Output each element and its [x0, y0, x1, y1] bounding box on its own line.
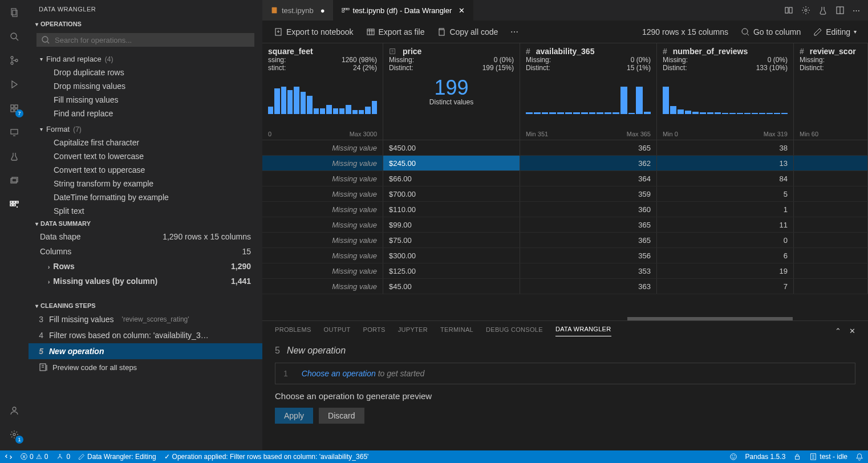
remote-status[interactable] [5, 453, 13, 461]
notebook-icon [39, 363, 48, 372]
operation-item[interactable]: Find and replace [40, 107, 262, 120]
search-icon[interactable] [6, 29, 22, 44]
panel-tab[interactable]: DEBUG CONSOLE [486, 326, 543, 336]
export-file-button[interactable]: Export as file [366, 27, 425, 36]
panel-tab[interactable]: DATA WRANGLER [555, 326, 611, 336]
summary-missing[interactable]: ›Missing values (by column)1,441 [29, 274, 262, 289]
operation-item[interactable]: Convert text to uppercase [40, 163, 262, 177]
editor-tab[interactable]: test.ipynb (df) - Data Wrangler✕ [334, 0, 474, 21]
svg-rect-27 [785, 7, 788, 13]
chevron-down-icon: ▾ [35, 303, 38, 309]
panel-tab[interactable]: JUPYTER [398, 326, 428, 336]
panel-tab[interactable]: PROBLEMS [275, 326, 311, 336]
wrangler-mode-status[interactable]: Data Wrangler: Editing [78, 453, 156, 461]
svg-rect-0 [11, 9, 16, 15]
table-row[interactable]: Missing value$45.003637 [262, 279, 868, 294]
column-header[interactable]: # review_scorMissing:Distinct:Min 60 [794, 43, 868, 140]
panel-tab[interactable]: OUTPUT [324, 326, 351, 336]
settings-icon[interactable]: 1 [6, 427, 22, 442]
operation-item[interactable]: Drop duplicate rows [40, 66, 262, 79]
table-row[interactable]: Missing value$245.0036213 [262, 156, 868, 171]
problems-status[interactable]: ⓧ0⚠0 [21, 452, 48, 462]
tab-label: test.ipynb [282, 6, 314, 15]
tab-label: test.ipynb (df) - Data Wrangler [353, 6, 452, 15]
svg-point-37 [730, 454, 736, 460]
column-header[interactable]: priceMissing:0 (0%)Distinct:199 (15%)199… [383, 43, 520, 140]
horizontal-scrollbar[interactable] [262, 317, 868, 320]
apply-button[interactable]: Apply [275, 408, 313, 424]
data-wrangler-icon[interactable] [6, 196, 22, 212]
accounts-icon[interactable] [6, 403, 22, 419]
histogram [526, 87, 651, 114]
operation-item[interactable]: Capitalize first character [40, 136, 262, 149]
pandas-version-status[interactable]: Pandas 1.5.3 [745, 453, 786, 461]
section-summary[interactable]: ▾DATA SUMMARY [29, 218, 262, 229]
chevron-down-icon: ▾ [854, 29, 857, 35]
operation-item[interactable]: String transform by example [40, 177, 262, 190]
close-panel-icon[interactable]: ✕ [849, 327, 855, 335]
go-to-column-button[interactable]: Go to column [741, 27, 801, 36]
column-header[interactable]: # availability_365Missing:0 (0%)Distinct… [520, 43, 657, 140]
column-header[interactable]: # number_of_reviewsMissing:0 (0%)Distinc… [657, 43, 794, 140]
section-cleaning[interactable]: ▾CLEANING STEPS [29, 300, 262, 311]
split-icon[interactable] [835, 6, 845, 15]
table-row[interactable]: Missing value$700.003595 [262, 186, 868, 202]
operation-item[interactable]: Drop missing values [40, 79, 262, 93]
operations-search[interactable] [36, 33, 254, 47]
table-row[interactable]: Missing value$66.0036484 [262, 171, 868, 186]
table-row[interactable]: Missing value$75.003650 [262, 233, 868, 248]
run-debug-icon[interactable] [6, 76, 22, 92]
source-control-icon[interactable] [6, 52, 22, 68]
extensions-icon[interactable]: 7 [6, 100, 22, 116]
book-icon[interactable] [784, 6, 793, 15]
svg-point-29 [805, 9, 807, 11]
operation-item[interactable]: DateTime formatting by example [40, 190, 262, 204]
panel-tab[interactable]: PORTS [363, 326, 386, 336]
svg-point-3 [11, 56, 13, 59]
explorer-icon[interactable] [6, 5, 22, 21]
ports-status[interactable]: 0 [56, 453, 70, 461]
preview-code-link[interactable]: Preview code for all steps [29, 359, 262, 375]
section-operations[interactable]: ▾OPERATIONS [29, 18, 262, 30]
panel-tab[interactable]: TERMINAL [440, 326, 473, 336]
op-group[interactable]: ▾Find and replace (4) [40, 52, 262, 66]
close-icon[interactable]: ✕ [459, 6, 465, 15]
flask-icon[interactable] [818, 6, 828, 15]
cleaning-step[interactable]: 4Filter rows based on column: 'availabil… [29, 327, 262, 343]
testing-icon[interactable] [6, 148, 22, 164]
cleaning-step[interactable]: 3Fill missing values'review_scores_ratin… [29, 311, 262, 327]
svg-rect-25 [347, 9, 349, 10]
more-icon[interactable]: ⋯ [853, 6, 860, 15]
summary-rows[interactable]: ›Rows1,290 [29, 259, 262, 274]
svg-point-38 [732, 456, 732, 456]
chevron-up-icon[interactable]: ⌃ [835, 327, 841, 335]
kernel-status[interactable]: test - idle [809, 453, 847, 461]
op-group[interactable]: ▾Format (7) [40, 123, 262, 136]
mode-dropdown[interactable]: Editing▾ [813, 27, 857, 36]
operation-item[interactable]: Split text [40, 204, 262, 218]
remote-icon[interactable] [6, 124, 22, 140]
column-header[interactable]: square_feetssing:1260 (98%)stinct:24 (2%… [262, 43, 383, 140]
trusted-icon[interactable] [793, 453, 801, 461]
cleaning-step[interactable]: 5New operation [29, 343, 262, 359]
references-icon[interactable] [6, 172, 22, 188]
search-input[interactable] [55, 36, 250, 44]
table-row[interactable]: Missing value$99.0036511 [262, 217, 868, 233]
export-notebook-button[interactable]: Export to notebook [274, 27, 354, 36]
toolbar-more-icon[interactable]: ⋯ [510, 27, 518, 36]
table-row[interactable]: Missing value$110.003601 [262, 202, 868, 217]
editor-tab[interactable]: test.ipynb● [262, 0, 334, 21]
discard-button[interactable]: Discard [319, 408, 364, 424]
chevron-down-icon: ▾ [35, 221, 38, 227]
svg-point-39 [734, 456, 735, 456]
notifications-icon[interactable] [855, 453, 863, 461]
feedback-icon[interactable] [729, 453, 737, 461]
table-row[interactable]: Missing value$300.003566 [262, 248, 868, 263]
gear-icon[interactable] [801, 6, 810, 15]
operation-item[interactable]: Convert text to lowercase [40, 149, 262, 163]
operation-item[interactable]: Fill missing values [40, 93, 262, 107]
table-row[interactable]: Missing value$125.0035319 [262, 263, 868, 279]
table-row[interactable]: Missing value$450.0036538 [262, 140, 868, 156]
panel-tabs: PROBLEMSOUTPUTPORTSJUPYTERTERMINALDEBUG … [262, 321, 868, 336]
copy-code-button[interactable]: Copy all code [437, 27, 498, 36]
